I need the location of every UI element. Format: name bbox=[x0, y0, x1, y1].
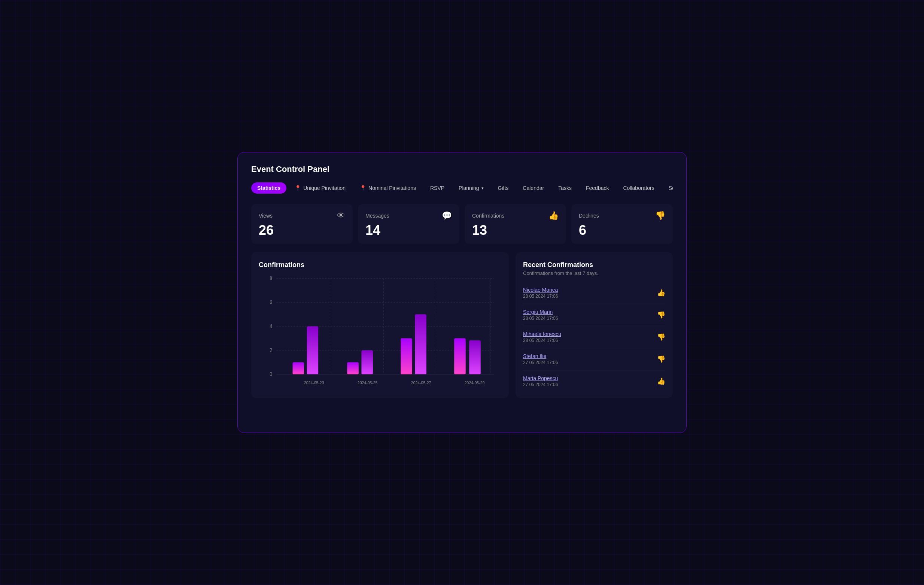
nav-unique-pinvitation-label: Unique Pinvitation bbox=[303, 185, 346, 191]
recent-subtitle: Confirmations from the last 7 days. bbox=[523, 270, 665, 276]
stats-row: Views 👁 26 Messages 💬 14 Confirmations 👍… bbox=[251, 204, 673, 244]
svg-rect-25 bbox=[469, 340, 480, 375]
svg-rect-23 bbox=[415, 314, 426, 374]
nav-tasks[interactable]: Tasks bbox=[552, 182, 578, 193]
thumbsup-icon: 👍 bbox=[657, 289, 665, 297]
svg-text:2: 2 bbox=[269, 347, 272, 353]
nav-planning-label: Planning bbox=[459, 185, 479, 191]
svg-text:6: 6 bbox=[269, 299, 272, 305]
svg-rect-21 bbox=[361, 350, 373, 374]
chart-card: Confirmations bbox=[251, 252, 509, 398]
recent-person-info: Mihaela Ionescu 28 05 2024 17:06 bbox=[523, 331, 561, 343]
eye-icon: 👁 bbox=[337, 211, 345, 221]
stat-views: Views 👁 26 bbox=[251, 204, 353, 244]
recent-date: 28 05 2024 17:06 bbox=[523, 294, 558, 299]
pin-icon-1: 📍 bbox=[295, 185, 301, 191]
svg-rect-24 bbox=[454, 338, 465, 374]
stat-declines: Declines 👎 6 bbox=[571, 204, 673, 244]
stat-messages: Messages 💬 14 bbox=[358, 204, 459, 244]
nav-calendar-label: Calendar bbox=[523, 185, 544, 191]
recent-date: 28 05 2024 17:06 bbox=[523, 316, 558, 321]
chevron-down-icon: ▾ bbox=[482, 186, 484, 191]
recent-name[interactable]: Mihaela Ionescu bbox=[523, 331, 561, 337]
nav-tasks-label: Tasks bbox=[558, 185, 572, 191]
recent-title: Recent Confirmations bbox=[523, 261, 665, 269]
main-panel: Event Control Panel Statistics 📍 Unique … bbox=[238, 152, 686, 433]
svg-rect-20 bbox=[347, 362, 358, 374]
nav-settings[interactable]: Settings bbox=[663, 182, 673, 193]
stat-confirmations-value: 13 bbox=[472, 223, 559, 237]
thumbsdown-icon: 👎 bbox=[655, 211, 665, 221]
svg-rect-22 bbox=[401, 338, 412, 374]
thumbsdown-icon: 👎 bbox=[657, 311, 665, 319]
recent-date: 27 05 2024 17:06 bbox=[523, 360, 558, 365]
stat-views-value: 26 bbox=[259, 223, 345, 237]
nav-collaborators[interactable]: Collaborators bbox=[617, 182, 660, 193]
recent-name[interactable]: Nicolae Manea bbox=[523, 287, 558, 293]
svg-text:2024-05-25: 2024-05-25 bbox=[358, 380, 378, 385]
nav-collaborators-label: Collaborators bbox=[623, 185, 654, 191]
stat-declines-label: Declines bbox=[579, 213, 599, 219]
thumbsdown-icon: 👎 bbox=[657, 355, 665, 363]
nav-statistics-label: Statistics bbox=[257, 185, 280, 191]
recent-person-info: Stefan Ilie 27 05 2024 17:06 bbox=[523, 353, 558, 365]
pin-icon-2: 📍 bbox=[360, 185, 366, 191]
recent-person-info: Maria Popescu 27 05 2024 17:06 bbox=[523, 375, 558, 387]
recent-date: 28 05 2024 17:06 bbox=[523, 338, 561, 343]
thumbsup-icon: 👍 bbox=[657, 377, 665, 385]
stat-messages-value: 14 bbox=[365, 223, 452, 237]
nav-statistics[interactable]: Statistics bbox=[251, 182, 286, 193]
chart-wrap: 0 2 4 6 8 2024-05-23 2024-05-25 2024-05-… bbox=[259, 270, 501, 390]
svg-text:0: 0 bbox=[269, 371, 272, 377]
thumbsup-icon: 👍 bbox=[548, 211, 559, 221]
list-item: Nicolae Manea 28 05 2024 17:06 👍 bbox=[523, 282, 665, 304]
svg-text:4: 4 bbox=[269, 323, 272, 329]
nav-gifts-label: Gifts bbox=[498, 185, 509, 191]
chart-title: Confirmations bbox=[259, 261, 501, 269]
recent-name[interactable]: Sergiu Marin bbox=[523, 309, 558, 315]
recent-person-info: Sergiu Marin 28 05 2024 17:06 bbox=[523, 309, 558, 321]
list-item: Sergiu Marin 28 05 2024 17:06 👎 bbox=[523, 304, 665, 326]
recent-name[interactable]: Maria Popescu bbox=[523, 375, 558, 381]
recent-list: Nicolae Manea 28 05 2024 17:06 👍 Sergiu … bbox=[523, 282, 665, 392]
page-title: Event Control Panel bbox=[251, 164, 673, 174]
recent-card: Recent Confirmations Confirmations from … bbox=[516, 252, 673, 398]
svg-text:8: 8 bbox=[269, 275, 272, 281]
svg-text:2024-05-29: 2024-05-29 bbox=[465, 380, 485, 385]
nav-calendar[interactable]: Calendar bbox=[516, 182, 550, 193]
thumbsdown-icon: 👎 bbox=[657, 333, 665, 341]
stat-messages-label: Messages bbox=[365, 213, 389, 219]
svg-rect-19 bbox=[307, 326, 318, 374]
svg-text:2024-05-23: 2024-05-23 bbox=[304, 380, 324, 385]
nav-unique-pinvitation[interactable]: 📍 Unique Pinvitation bbox=[289, 182, 351, 193]
stat-confirmations-label: Confirmations bbox=[472, 213, 504, 219]
stat-declines-value: 6 bbox=[579, 223, 665, 237]
chart-svg: 0 2 4 6 8 2024-05-23 2024-05-25 2024-05-… bbox=[259, 270, 501, 390]
message-icon: 💬 bbox=[442, 211, 452, 221]
recent-date: 27 05 2024 17:06 bbox=[523, 382, 558, 387]
navigation: Statistics 📍 Unique Pinvitation 📍 Nomina… bbox=[251, 182, 673, 193]
nav-rsvp[interactable]: RSVP bbox=[424, 182, 450, 193]
nav-rsvp-label: RSVP bbox=[430, 185, 444, 191]
stat-confirmations: Confirmations 👍 13 bbox=[465, 204, 566, 244]
list-item: Mihaela Ionescu 28 05 2024 17:06 👎 bbox=[523, 326, 665, 348]
recent-person-info: Nicolae Manea 28 05 2024 17:06 bbox=[523, 287, 558, 299]
nav-gifts[interactable]: Gifts bbox=[492, 182, 515, 193]
nav-feedback-label: Feedback bbox=[586, 185, 609, 191]
nav-planning[interactable]: Planning ▾ bbox=[453, 182, 490, 193]
stat-views-label: Views bbox=[259, 213, 272, 219]
list-item: Maria Popescu 27 05 2024 17:06 👍 bbox=[523, 370, 665, 392]
nav-nominal-pinvitations[interactable]: 📍 Nominal Pinvitations bbox=[354, 182, 422, 193]
svg-rect-18 bbox=[293, 362, 304, 374]
list-item: Stefan Ilie 27 05 2024 17:06 👎 bbox=[523, 348, 665, 370]
bottom-row: Confirmations bbox=[251, 252, 673, 398]
recent-name[interactable]: Stefan Ilie bbox=[523, 353, 558, 359]
svg-text:2024-05-27: 2024-05-27 bbox=[411, 380, 431, 385]
nav-feedback[interactable]: Feedback bbox=[580, 182, 615, 193]
nav-settings-label: Settings bbox=[669, 185, 673, 191]
nav-nominal-pinvitations-label: Nominal Pinvitations bbox=[368, 185, 416, 191]
